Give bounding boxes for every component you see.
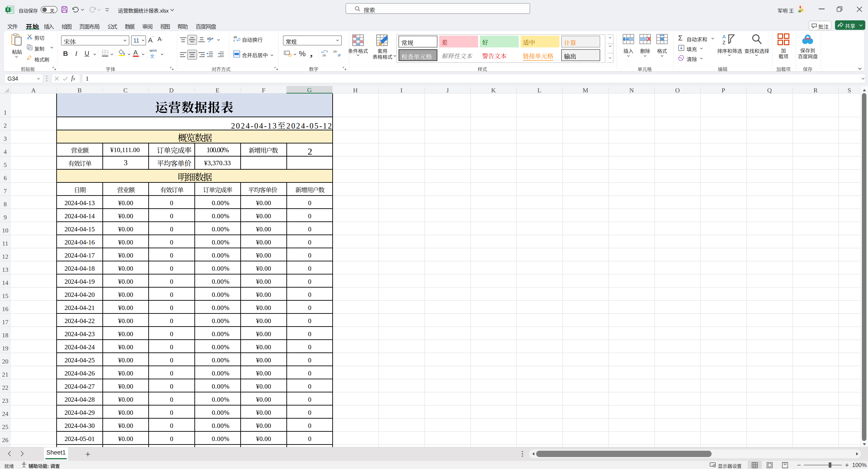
svg-text:c: c [234,39,235,42]
svg-text:ab: ab [234,35,237,39]
svg-text:0: 0 [338,55,340,57]
svg-text:.00: .00 [322,54,326,57]
svg-text:A: A [722,34,726,39]
svg-text:X: X [7,8,9,11]
svg-text:.00: .00 [333,50,337,53]
svg-text:0: 0 [327,50,328,53]
svg-text:¥: ¥ [285,52,286,55]
svg-text:Z: Z [722,40,725,45]
